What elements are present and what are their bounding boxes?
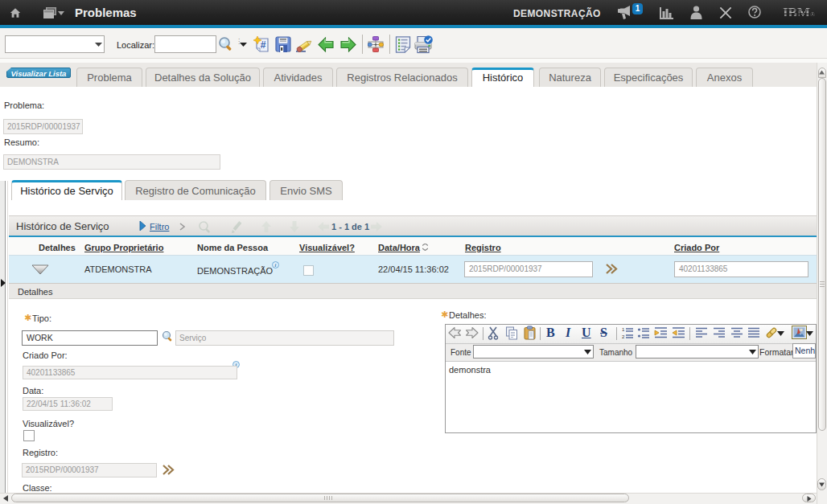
svg-text:2: 2: [622, 334, 625, 339]
svg-text:1: 1: [622, 327, 625, 332]
svg-text:#: #: [261, 39, 266, 51]
svg-text:i: i: [275, 262, 277, 268]
